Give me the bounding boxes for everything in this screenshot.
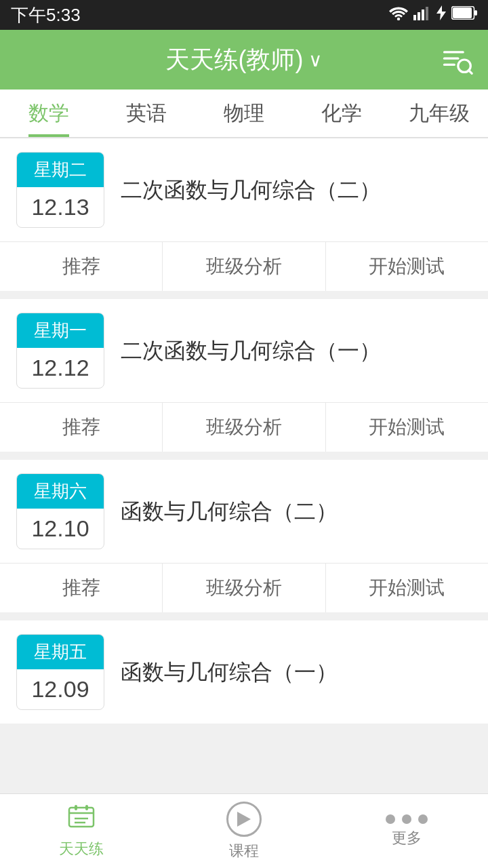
date-num-2: 12.12 (17, 348, 104, 388)
svg-rect-14 (69, 808, 94, 827)
day-of-week-4: 星期五 (17, 635, 104, 669)
svg-rect-18 (75, 805, 77, 810)
status-bar: 下午5:33 (0, 0, 488, 30)
recommend-btn-3[interactable]: 推荐 (0, 564, 163, 612)
lightning-icon (436, 5, 446, 24)
nav-more[interactable]: 更多 (325, 794, 488, 868)
tab-physics[interactable]: 物理 (195, 90, 293, 137)
card-actions-1: 推荐 班级分析 开始测试 (0, 241, 488, 291)
exercise-card-4: 星期五 12.09 函数与几何综合（一） (0, 620, 488, 724)
search-button[interactable] (439, 42, 474, 77)
start-test-btn-2[interactable]: 开始测试 (326, 403, 488, 452)
card-title-1: 二次函数与几何综合（二） (121, 175, 381, 205)
battery-icon (451, 6, 477, 24)
card-header-4: 星期五 12.09 函数与几何综合（一） (0, 620, 488, 724)
tab-math[interactable]: 数学 (0, 90, 98, 137)
card-header-1: 星期二 12.13 二次函数与几何综合（二） (0, 138, 488, 241)
exercise-card-2: 星期一 12.12 二次函数与几何综合（一） 推荐 班级分析 开始测试 (0, 299, 488, 452)
card-header-3: 星期六 12.10 函数与几何综合（二） (0, 460, 488, 563)
tab-grade[interactable]: 九年级 (390, 90, 488, 137)
more-icon (386, 814, 428, 824)
play-circle-icon (226, 802, 262, 837)
class-analysis-btn-1[interactable]: 班级分析 (163, 242, 325, 291)
card-title-3: 函数与几何综合（二） (121, 496, 338, 527)
day-of-week-1: 星期二 (17, 153, 104, 187)
nav-more-label: 更多 (392, 828, 422, 848)
dots-icon (386, 814, 428, 824)
card-title-2: 二次函数与几何综合（一） (121, 336, 381, 366)
nav-practice-label: 天天练 (59, 839, 104, 859)
tab-math-label: 数学 (28, 100, 69, 127)
svg-marker-20 (237, 812, 251, 827)
svg-rect-7 (453, 7, 472, 18)
dot-1 (386, 814, 395, 824)
card-actions-2: 推荐 班级分析 开始测试 (0, 402, 488, 452)
date-num-1: 12.13 (17, 187, 104, 227)
tab-chemistry-label: 化学 (321, 100, 362, 127)
svg-rect-1 (413, 15, 416, 20)
svg-rect-8 (474, 10, 477, 16)
card-header-2: 星期一 12.12 二次函数与几何综合（一） (0, 299, 488, 402)
content-area: 星期二 12.13 二次函数与几何综合（二） 推荐 班级分析 开始测试 星期一 … (0, 138, 488, 813)
tab-bar: 数学 英语 物理 化学 九年级 (0, 90, 488, 138)
date-badge-2: 星期一 12.12 (16, 313, 104, 389)
date-num-4: 12.09 (17, 669, 104, 709)
svg-rect-19 (85, 805, 88, 810)
card-actions-3: 推荐 班级分析 开始测试 (0, 563, 488, 612)
app-header: 天天练(教师) ∨ (0, 30, 488, 90)
tab-physics-label: 物理 (224, 100, 264, 127)
dot-2 (402, 814, 411, 824)
svg-rect-4 (426, 7, 428, 20)
day-of-week-2: 星期一 (17, 313, 104, 348)
course-icon (226, 802, 262, 837)
dropdown-chevron[interactable]: ∨ (308, 49, 323, 71)
class-analysis-btn-3[interactable]: 班级分析 (163, 564, 325, 612)
header-title: 天天练(教师) ∨ (165, 43, 323, 77)
tab-english[interactable]: 英语 (98, 90, 195, 137)
status-time: 下午5:33 (11, 3, 81, 27)
nav-course-label: 课程 (229, 841, 259, 861)
bottom-nav: 天天练 课程 更多 (0, 793, 488, 868)
nav-course[interactable]: 课程 (163, 794, 325, 868)
tab-grade-label: 九年级 (409, 100, 470, 127)
practice-icon (65, 804, 98, 835)
svg-rect-3 (422, 9, 424, 20)
svg-point-0 (397, 18, 400, 20)
recommend-btn-2[interactable]: 推荐 (0, 403, 163, 452)
exercise-card-1: 星期二 12.13 二次函数与几何综合（二） 推荐 班级分析 开始测试 (0, 138, 488, 291)
wifi-icon (389, 5, 408, 24)
exercise-card-3: 星期六 12.10 函数与几何综合（二） 推荐 班级分析 开始测试 (0, 460, 488, 612)
date-num-3: 12.10 (17, 509, 104, 549)
header-title-text: 天天练(教师) (165, 43, 304, 77)
svg-marker-5 (436, 5, 446, 20)
signal-icon (413, 5, 431, 24)
card-title-4: 函数与几何综合（一） (121, 657, 338, 688)
day-of-week-3: 星期六 (17, 474, 104, 509)
start-test-btn-1[interactable]: 开始测试 (326, 242, 488, 291)
dot-3 (418, 814, 428, 824)
start-test-btn-3[interactable]: 开始测试 (326, 564, 488, 612)
recommend-btn-1[interactable]: 推荐 (0, 242, 163, 291)
status-icons (389, 5, 477, 24)
nav-practice[interactable]: 天天练 (0, 794, 163, 868)
tab-chemistry[interactable]: 化学 (293, 90, 390, 137)
svg-line-13 (469, 71, 472, 74)
date-badge-4: 星期五 12.09 (16, 634, 104, 710)
date-badge-1: 星期二 12.13 (16, 152, 104, 228)
svg-rect-2 (418, 12, 420, 20)
date-badge-3: 星期六 12.10 (16, 473, 104, 549)
tab-english-label: 英语 (126, 100, 167, 127)
class-analysis-btn-2[interactable]: 班级分析 (163, 403, 325, 452)
